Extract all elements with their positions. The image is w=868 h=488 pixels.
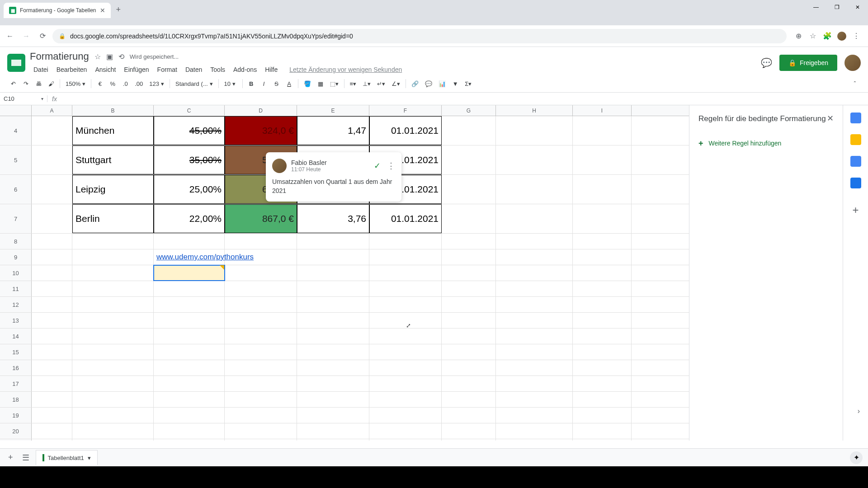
cell[interactable] bbox=[496, 328, 573, 344]
name-box[interactable]: C10 ▾ bbox=[0, 95, 47, 102]
cell[interactable] bbox=[32, 145, 72, 174]
redo-button[interactable]: ↷ bbox=[20, 78, 32, 89]
cell[interactable] bbox=[369, 423, 442, 439]
cell[interactable] bbox=[225, 249, 297, 265]
comment-more-icon[interactable]: ⋮ bbox=[387, 161, 395, 171]
zoom-select[interactable]: 150% ▾ bbox=[63, 79, 88, 89]
cell[interactable] bbox=[573, 297, 632, 312]
row-header[interactable]: 16 bbox=[0, 360, 32, 375]
cell[interactable] bbox=[225, 360, 297, 375]
cell[interactable] bbox=[442, 175, 496, 204]
cell[interactable] bbox=[369, 439, 442, 441]
tab-close-icon[interactable]: ✕ bbox=[100, 7, 105, 14]
resolve-comment-icon[interactable]: ✓ bbox=[374, 161, 381, 171]
cell[interactable] bbox=[225, 344, 297, 360]
cell[interactable] bbox=[225, 313, 297, 328]
h-align-button[interactable]: ≡▾ bbox=[347, 79, 359, 89]
row-header[interactable]: 17 bbox=[0, 376, 32, 391]
bold-button[interactable]: B bbox=[245, 78, 257, 89]
calendar-icon[interactable] bbox=[850, 113, 861, 123]
font-select[interactable]: Standard (... ▾ bbox=[173, 79, 216, 89]
cell[interactable] bbox=[369, 281, 442, 296]
undo-button[interactable]: ↶ bbox=[7, 78, 19, 89]
cell[interactable] bbox=[442, 297, 496, 312]
cell[interactable] bbox=[496, 360, 573, 375]
cell[interactable] bbox=[496, 175, 573, 204]
cell[interactable]: Leipzig bbox=[72, 175, 154, 204]
favorite-icon[interactable]: ☆ bbox=[808, 32, 817, 41]
cell[interactable] bbox=[32, 344, 72, 360]
print-button[interactable]: 🖶 bbox=[33, 78, 44, 89]
cell[interactable] bbox=[154, 360, 225, 375]
cell[interactable] bbox=[225, 234, 297, 249]
cell[interactable] bbox=[573, 145, 632, 174]
cell[interactable]: 324,0 € bbox=[225, 116, 297, 145]
cell[interactable] bbox=[32, 439, 72, 441]
cell[interactable] bbox=[32, 376, 72, 391]
cell[interactable] bbox=[154, 408, 225, 423]
decrease-decimal-button[interactable]: .0 bbox=[119, 78, 131, 89]
cell[interactable] bbox=[297, 408, 369, 423]
cell[interactable] bbox=[297, 249, 369, 265]
cell[interactable] bbox=[225, 423, 297, 439]
menu-help[interactable]: Hilfe bbox=[261, 64, 281, 75]
cell[interactable] bbox=[496, 297, 573, 312]
paint-format-button[interactable]: 🖌 bbox=[45, 78, 57, 89]
cell[interactable] bbox=[154, 297, 225, 312]
cell[interactable] bbox=[154, 439, 225, 441]
cell[interactable] bbox=[154, 234, 225, 249]
cell[interactable] bbox=[32, 360, 72, 375]
cell[interactable] bbox=[573, 204, 632, 233]
cell[interactable]: München bbox=[72, 116, 154, 145]
cell[interactable] bbox=[573, 116, 632, 145]
cell[interactable] bbox=[496, 234, 573, 249]
cell[interactable] bbox=[72, 392, 154, 407]
cell[interactable] bbox=[225, 265, 297, 281]
cell[interactable] bbox=[442, 408, 496, 423]
row-header[interactable]: 7 bbox=[0, 204, 32, 233]
v-align-button[interactable]: ⊥▾ bbox=[360, 79, 373, 89]
cell[interactable] bbox=[442, 145, 496, 174]
cell[interactable] bbox=[496, 281, 573, 296]
cell[interactable] bbox=[225, 328, 297, 344]
menu-edit[interactable]: Bearbeiten bbox=[53, 64, 91, 75]
cell[interactable] bbox=[496, 145, 573, 174]
cell[interactable]: 35,00% bbox=[154, 145, 225, 174]
window-maximize-icon[interactable]: ❐ bbox=[826, 0, 847, 14]
cell[interactable] bbox=[573, 281, 632, 296]
cell[interactable] bbox=[573, 392, 632, 407]
cell[interactable] bbox=[573, 344, 632, 360]
cell[interactable] bbox=[225, 408, 297, 423]
reload-button[interactable]: ⟳ bbox=[36, 30, 49, 42]
fill-color-button[interactable]: 🪣 bbox=[301, 78, 314, 89]
cell[interactable] bbox=[32, 408, 72, 423]
cell[interactable] bbox=[369, 376, 442, 391]
cell[interactable] bbox=[32, 281, 72, 296]
cell[interactable] bbox=[225, 297, 297, 312]
row-header[interactable]: 6 bbox=[0, 175, 32, 204]
cell[interactable] bbox=[442, 234, 496, 249]
cell[interactable] bbox=[32, 328, 72, 344]
cell[interactable]: 22,00% bbox=[154, 204, 225, 233]
cell[interactable] bbox=[32, 204, 72, 233]
cell[interactable]: 01.01.2021 bbox=[369, 204, 442, 233]
cell[interactable] bbox=[369, 313, 442, 328]
row-header[interactable]: 11 bbox=[0, 281, 32, 296]
row-header[interactable]: 18 bbox=[0, 392, 32, 407]
cell[interactable] bbox=[442, 392, 496, 407]
cell[interactable] bbox=[573, 360, 632, 375]
col-header-g[interactable]: G bbox=[442, 105, 496, 116]
cell[interactable] bbox=[573, 328, 632, 344]
insert-comment-button[interactable]: 💬 bbox=[422, 78, 435, 89]
functions-button[interactable]: Σ▾ bbox=[462, 79, 474, 89]
cell[interactable] bbox=[154, 265, 225, 281]
cell[interactable]: 867,0 € bbox=[225, 204, 297, 233]
cell[interactable] bbox=[573, 265, 632, 281]
row-header[interactable]: 15 bbox=[0, 344, 32, 360]
cell[interactable] bbox=[72, 281, 154, 296]
window-minimize-icon[interactable]: — bbox=[806, 0, 826, 14]
select-all-corner[interactable] bbox=[0, 105, 32, 116]
cell[interactable] bbox=[496, 204, 573, 233]
cell[interactable]: Stuttgart bbox=[72, 145, 154, 174]
cell[interactable] bbox=[154, 328, 225, 344]
